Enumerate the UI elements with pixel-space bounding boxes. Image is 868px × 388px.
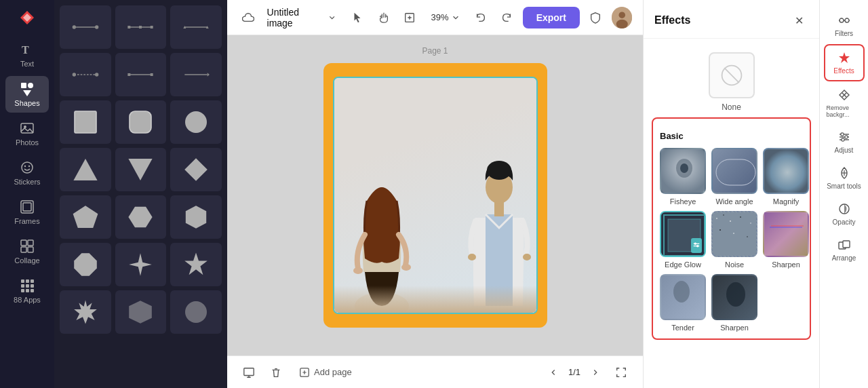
handle-top-mid[interactable] [432, 77, 439, 77]
shape-line-5[interactable] [115, 53, 167, 96]
svg-rect-12 [28, 240, 33, 246]
sharpen-visual [764, 212, 809, 257]
shape-line-2[interactable] [115, 5, 167, 49]
sidebar-item-frames[interactable]: Frames [5, 194, 49, 231]
effect-wide-angle[interactable]: Wide angle [711, 148, 757, 206]
zoom-chevron-icon [452, 14, 460, 22]
effects-close-button[interactable]: ✕ [789, 11, 808, 30]
zoom-control[interactable]: 39% [426, 9, 465, 25]
right-tool-effects[interactable]: Effects [824, 44, 865, 81]
present-button[interactable] [238, 362, 260, 383]
shape-line-4[interactable] [60, 53, 111, 96]
document-title[interactable]: Untitled image [267, 7, 337, 28]
svg-point-101 [696, 245, 698, 247]
effect-noise[interactable]: Noise [711, 211, 757, 269]
bottom-toolbar: Add page 1/1 [227, 355, 643, 388]
export-button[interactable]: Export [523, 7, 580, 28]
next-icon [591, 368, 599, 376]
effect-edge-glow[interactable]: Edge Glow [660, 211, 706, 269]
handle-mid-left[interactable] [333, 192, 334, 199]
shape-placeholder-2[interactable] [170, 290, 222, 334]
tender-label: Tender [671, 324, 694, 332]
effect-fisheye[interactable]: Fisheye [660, 148, 706, 206]
right-tool-filters[interactable]: Filters [824, 8, 865, 43]
right-tool-smart-tools[interactable]: Smart tools [824, 161, 865, 195]
shape-rounded-square[interactable] [115, 100, 167, 144]
right-tool-remove-bg[interactable]: Remove backgr... [824, 83, 865, 123]
sidebar-item-collage[interactable]: Collage [5, 233, 49, 270]
shape-triangle-down[interactable] [115, 148, 167, 191]
svg-marker-49 [129, 207, 153, 227]
svg-point-131 [844, 136, 847, 138]
sidebar-item-stickers[interactable]: Stickers [5, 155, 49, 191]
shape-star4[interactable] [115, 243, 167, 286]
select-tool-button[interactable] [347, 7, 368, 28]
add-page-button[interactable]: Add page [292, 363, 359, 382]
svg-point-2 [28, 83, 33, 88]
shape-diamond[interactable] [170, 148, 222, 191]
effects-header: Effects ✕ [644, 0, 819, 39]
shape-octagon[interactable] [60, 243, 111, 286]
svg-marker-54 [74, 300, 97, 324]
handle-mid-right[interactable] [537, 192, 538, 199]
shape-line-3[interactable] [170, 5, 222, 49]
delete-button[interactable] [265, 362, 287, 383]
handle-bot-mid[interactable] [432, 313, 439, 314]
resize-icon [403, 12, 416, 24]
sidebar-item-shapes[interactable]: Shapes [5, 76, 49, 113]
right-tool-opacity[interactable]: Opacity [824, 197, 865, 231]
arrange-icon [837, 238, 851, 252]
avatar-image [612, 7, 633, 28]
shape-hexagon[interactable] [170, 195, 222, 239]
app-logo[interactable] [15, 5, 39, 30]
sidebar-item-text[interactable]: T Text [5, 37, 49, 73]
cloud-save-button[interactable] [238, 7, 259, 28]
right-tool-arrange[interactable]: Arrange [824, 233, 865, 267]
effect-sharpen2[interactable]: Sharpen [711, 274, 757, 332]
effect-magnify[interactable]: Magnify [763, 148, 809, 206]
noise-thumb [711, 211, 757, 257]
page-number: 1/1 [568, 367, 580, 377]
effect-tender[interactable]: Tender [660, 274, 706, 332]
shape-line-6[interactable] [170, 53, 222, 96]
shape-square[interactable] [60, 100, 111, 144]
svg-marker-3 [23, 90, 31, 96]
effects-icon [837, 51, 851, 64]
effect-none[interactable]: None [652, 47, 811, 117]
next-page-button[interactable] [586, 363, 605, 382]
shield-button[interactable] [585, 7, 606, 28]
shape-circle[interactable] [170, 100, 222, 144]
opacity-icon [837, 202, 851, 216]
svg-point-7 [24, 166, 26, 167]
sidebar-item-photos[interactable]: Photos [5, 115, 49, 152]
shape-hexagon-flat[interactable] [115, 195, 167, 239]
sharpen-thumb [763, 211, 809, 257]
shape-line-1[interactable] [60, 5, 111, 49]
resize-button[interactable] [399, 7, 420, 28]
shape-star5[interactable] [170, 243, 222, 286]
shape-pentagon[interactable] [60, 195, 111, 239]
shape-triangle-up[interactable] [60, 148, 111, 191]
svg-rect-43 [130, 111, 151, 133]
smart-tools-icon [837, 166, 851, 180]
svg-marker-55 [130, 300, 153, 324]
fullscreen-button[interactable] [610, 362, 632, 383]
prev-page-button[interactable] [544, 363, 563, 382]
redo-button[interactable] [496, 7, 517, 28]
add-page-icon [299, 367, 310, 378]
svg-marker-47 [184, 158, 208, 181]
magnify-visual [764, 149, 809, 194]
sidebar-item-apps[interactable]: 88 Apps [5, 273, 49, 309]
pan-tool-button[interactable] [374, 7, 395, 28]
right-tool-adjust[interactable]: Adjust [824, 125, 865, 159]
shape-placeholder-1[interactable] [115, 290, 167, 334]
canvas-image[interactable] [333, 77, 538, 314]
user-avatar[interactable] [612, 7, 633, 28]
frames-icon [20, 199, 35, 214]
shape-star6[interactable] [60, 290, 111, 334]
undo-button[interactable] [471, 7, 492, 28]
svg-point-132 [841, 138, 844, 141]
svg-rect-110 [733, 233, 734, 234]
effect-sharpen[interactable]: Sharpen [763, 211, 809, 269]
svg-point-8 [28, 166, 30, 167]
